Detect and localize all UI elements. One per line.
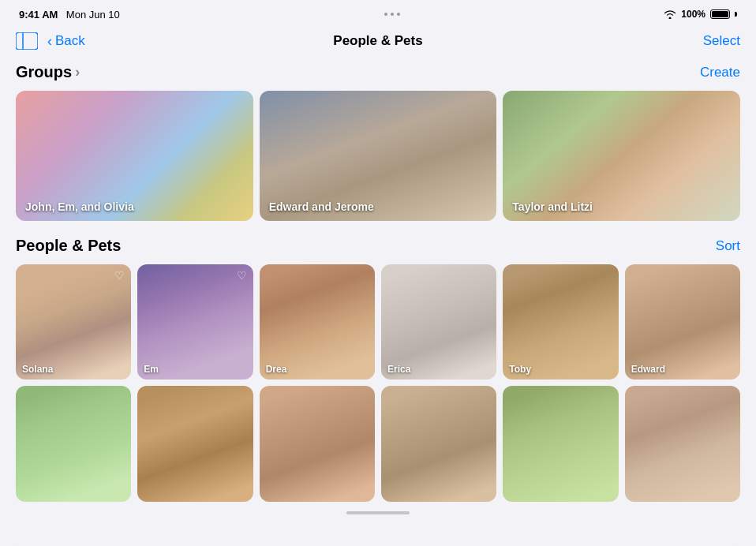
person-card-row2-2[interactable]: [137, 386, 253, 501]
back-chevron-icon: ‹: [47, 33, 52, 50]
battery-percent: 100%: [681, 9, 705, 20]
nav-left: ‹ Back: [16, 32, 85, 50]
status-time-date: 9:41 AM Mon Jun 10: [19, 7, 120, 21]
back-label: Back: [55, 33, 85, 49]
group-label-2: Edward and Jerome: [269, 200, 374, 213]
person-card-erica[interactable]: Erica: [381, 264, 496, 380]
person-card-em[interactable]: ♡ Em: [137, 264, 253, 380]
groups-chevron-icon: ›: [75, 64, 80, 80]
sidebar-icon[interactable]: [16, 32, 38, 50]
people-grid-row1: ♡ Solana ♡ Em Drea Erica Toby Edward: [16, 264, 740, 380]
svg-rect-0: [16, 32, 38, 50]
groups-section-header: Groups › Create: [16, 63, 740, 81]
group-card-2[interactable]: Edward and Jerome: [260, 91, 497, 221]
battery-icon: [710, 9, 730, 19]
wifi-icon: [664, 9, 676, 19]
person-card-row2-1[interactable]: [16, 386, 131, 501]
person-card-solana[interactable]: ♡ Solana: [16, 264, 131, 380]
person-name-solana: Solana: [22, 364, 53, 375]
page-title: People & Pets: [333, 33, 422, 49]
people-grid-row2: [16, 386, 740, 501]
status-center-dots: [384, 13, 400, 16]
dot-1: [384, 13, 387, 16]
people-section-header: People & Pets Sort: [16, 237, 740, 255]
person-card-edward[interactable]: Edward: [625, 264, 740, 380]
battery-fill: [712, 11, 728, 17]
nav-bar: ‹ Back People & Pets Select: [0, 25, 756, 60]
battery-tip: [735, 12, 737, 17]
nav-right: Select: [703, 33, 740, 49]
groups-grid: John, Em, and Olivia Edward and Jerome T…: [16, 91, 740, 221]
person-name-toby: Toby: [509, 364, 531, 375]
scroll-indicator: [16, 511, 740, 514]
group-card-1[interactable]: John, Em, and Olivia: [16, 91, 253, 221]
sort-button[interactable]: Sort: [716, 238, 740, 254]
main-content: Groups › Create John, Em, and Olivia Edw…: [0, 60, 756, 514]
person-name-edward: Edward: [631, 364, 665, 375]
dot-3: [397, 13, 400, 16]
groups-title: Groups: [16, 63, 72, 81]
person-card-row2-5[interactable]: [503, 386, 618, 501]
back-button[interactable]: ‹ Back: [47, 33, 85, 50]
create-button[interactable]: Create: [700, 65, 740, 80]
status-bar: 9:41 AM Mon Jun 10 100%: [0, 0, 756, 25]
person-card-drea[interactable]: Drea: [260, 264, 375, 380]
groups-title-row: Groups ›: [16, 63, 80, 81]
scroll-pill: [346, 511, 410, 514]
heart-icon-solana: ♡: [114, 269, 125, 282]
group-card-3[interactable]: Taylor and Litzi: [503, 91, 740, 221]
dot-2: [391, 13, 394, 16]
group-label-3: Taylor and Litzi: [512, 200, 593, 213]
group-label-1: John, Em, and Olivia: [25, 200, 134, 213]
status-date: Mon Jun 10: [66, 9, 120, 21]
person-name-erica: Erica: [387, 364, 410, 375]
heart-icon-em: ♡: [237, 269, 247, 282]
person-card-toby[interactable]: Toby: [503, 264, 618, 380]
select-button[interactable]: Select: [703, 33, 740, 48]
person-card-row2-6[interactable]: [625, 386, 740, 501]
person-card-row2-3[interactable]: [260, 386, 375, 501]
person-name-drea: Drea: [266, 364, 287, 375]
person-name-em: Em: [144, 364, 159, 375]
device-frame: 9:41 AM Mon Jun 10 100%: [0, 0, 756, 546]
status-right: 100%: [664, 9, 737, 20]
status-time: 9:41 AM: [19, 9, 58, 21]
person-card-row2-4[interactable]: [381, 386, 496, 501]
people-title: People & Pets: [16, 237, 121, 255]
